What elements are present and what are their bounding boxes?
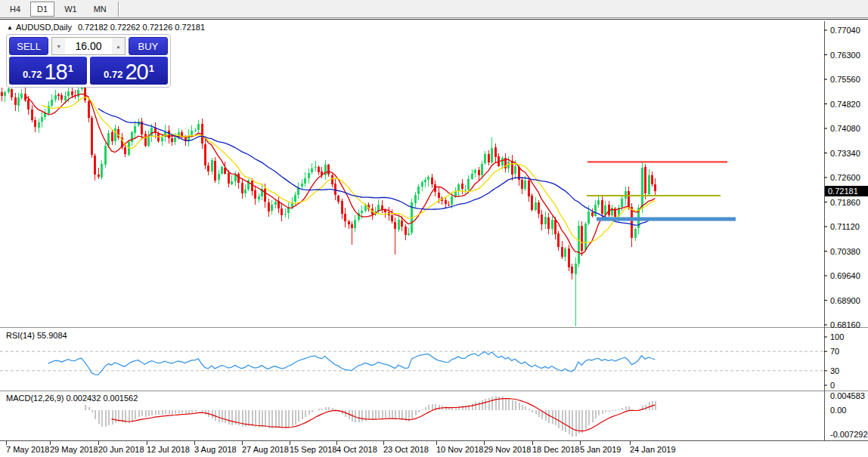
date-axis-label: 24 Jan 2019 [630,445,676,454]
sell-button[interactable]: SELL [9,37,48,55]
current-price-label: 0.72181 [825,186,868,196]
ma-slow [98,109,656,226]
price-axis-label: 0.74080 [830,124,860,133]
timeframe-toolbar: H4 D1 W1 MN [0,0,868,18]
date-axis-label: 10 Nov 2018 [436,445,483,454]
price-axis-label: 0.68160 [830,320,860,329]
rsi-axis-label: 70 [830,347,839,356]
price-axis-label: 0.77040 [830,26,860,35]
price-axis-label: 0.73340 [830,149,860,158]
collapse-arrow-icon[interactable]: ▲ [7,24,13,31]
date-axis-label: 23 Oct 2018 [383,445,429,454]
date-axis-label: 18 Dec 2018 [532,445,579,454]
volume-decrease-button[interactable]: ▼ [51,37,65,55]
buy-price-point: 1 [149,63,154,74]
symbol-period-label: AUDUSD,Daily [16,23,72,32]
date-axis-label: 27 Aug 2018 [242,445,289,454]
macd-histogram [85,396,656,437]
chevron-up-icon: ▲ [116,44,121,49]
macd-axis-label: -0.007292 [830,430,868,439]
price-axis-label: 0.74820 [830,100,860,109]
rsi-label: RSI(14) 55.9084 [6,331,67,340]
date-axis-label: 7 May 2018 [6,445,49,454]
ma-mid [42,97,656,243]
chart-window-border [0,19,868,20]
rsi-axis-label: 0 [830,381,835,390]
date-axis-label: 4 Oct 2018 [336,445,377,454]
rsi-line [48,352,656,375]
sell-price-point: 1 [68,63,73,74]
price-axis-label: 0.70380 [830,247,860,256]
rsi-axis-label: 30 [830,366,839,375]
timeframe-tab-h4[interactable]: H4 [3,2,27,17]
chart-title: ▲AUDUSD,Daily0.72182 0.72262 0.72126 0.7… [7,23,205,32]
date-axis-label: 29 Nov 2018 [484,445,531,454]
price-axis-label: 0.68900 [830,296,860,305]
buy-button[interactable]: BUY [129,37,168,55]
price-axis-label: 0.75560 [830,75,860,84]
toolbar-separator [118,2,119,17]
terminal-window: H4 D1 W1 MN 0.770400.763000.755600.74820… [0,0,868,457]
date-axis-label: 29 May 2018 [50,445,98,454]
price-axis-label: 0.72600 [830,173,860,182]
timeframe-tab-w1[interactable]: W1 [57,2,84,17]
volume-increase-button[interactable]: ▲ [112,37,126,55]
buy-price-pips: 20 [125,61,147,83]
date-axis-label: 3 Aug 2018 [194,445,237,454]
price-axis-label: 0.71120 [830,222,860,231]
sell-price-pips: 18 [44,61,67,83]
sell-price-quote[interactable]: 0.72181 [9,57,87,85]
buy-price-prefix: 0.72 [104,69,122,80]
ohlc-values: 0.72182 0.72262 0.72126 0.72181 [78,23,205,32]
date-axis-label: 5 Jan 2019 [580,445,621,454]
date-axis-label: 20 Jun 2018 [98,445,144,454]
macd-label: MACD(12,26,9) 0.002432 0.001562 [6,394,138,403]
price-axis-label: 0.76300 [830,51,860,60]
one-click-trade-panel: SELL ▼ ▲ BUY 0.72181 0.72201 [6,34,171,88]
timeframe-tab-mn[interactable]: MN [87,2,113,17]
date-axis-label: 15 Sep 2018 [290,445,336,454]
price-axis-label: 0.69640 [830,271,860,280]
price-axis-label: 0.71860 [830,198,860,207]
rsi-axis-label: 100 [830,332,844,341]
timeframe-tab-d1[interactable]: D1 [30,2,54,17]
buy-price-quote[interactable]: 0.72201 [90,57,168,85]
macd-axis-label: 0.004583 [830,391,865,400]
macd-axis-label: 0.00 [830,406,846,415]
macd-signal-line [112,399,656,431]
chevron-down-icon: ▼ [56,44,61,49]
volume-input[interactable] [65,37,112,55]
date-axis-label: 12 Jul 2018 [147,445,190,454]
sell-price-prefix: 0.72 [23,69,42,80]
